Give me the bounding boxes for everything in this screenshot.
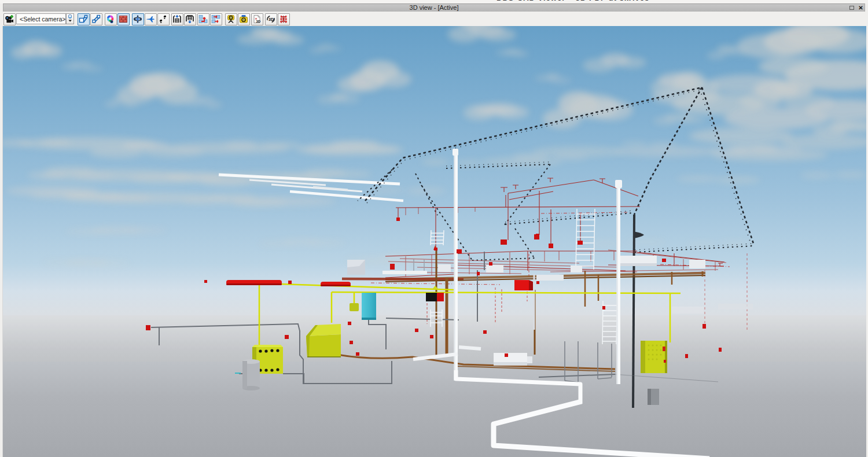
svg-text:3D: 3D bbox=[256, 20, 261, 23]
svg-text:3D: 3D bbox=[269, 17, 274, 21]
